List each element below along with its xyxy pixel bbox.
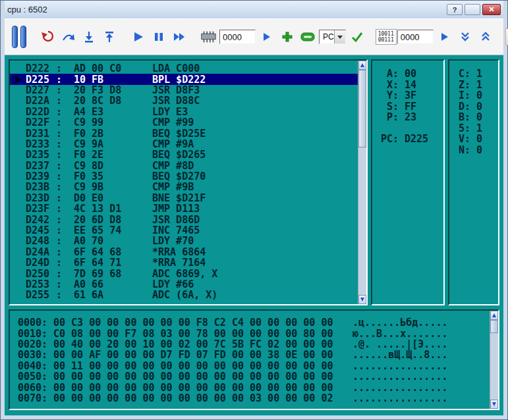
disasm-line[interactable]: D22A:20 8C D8JSR D88C (10, 95, 358, 106)
flag-name: Z: (457, 80, 470, 90)
address-input[interactable] (219, 30, 256, 44)
step-out-button[interactable] (100, 24, 119, 49)
scroll-up-button[interactable] (358, 61, 366, 70)
disasm-address: D227 (26, 85, 56, 95)
step-into-button[interactable] (80, 24, 98, 49)
run-stop-button[interactable] (10, 24, 28, 49)
play-icon (132, 31, 144, 43)
disasm-bytes: C9 9B (74, 182, 152, 192)
disasm-instruction: ADC 6869, X (152, 269, 358, 279)
help-button[interactable]: ? (447, 4, 463, 15)
disasm-line[interactable]: D235:F0 2EBEQ $D265 (10, 149, 358, 160)
disasm-line[interactable]: D239:F0 35BEQ $D270 (10, 171, 358, 182)
disasm-line[interactable]: D245:EE 65 74INC 7465 (10, 225, 358, 236)
goto-memory-button[interactable] (436, 24, 454, 49)
disasm-line[interactable]: D222:AD 00 C0LDA C000 (10, 63, 358, 74)
fast-forward-button[interactable] (170, 24, 188, 49)
register-value: FF (405, 101, 416, 112)
disassembly-scrollbar[interactable] (358, 61, 366, 304)
memory-row[interactable]: 0070:00 00 00 00 00 00 00 00 00 00 00 03… (18, 393, 498, 404)
memory-panel: 0000:00 C3 00 00 00 00 00 00 F8 C2 C4 00… (9, 309, 499, 410)
step-over-button[interactable] (59, 24, 78, 49)
disasm-instruction: JSR D88C (152, 95, 358, 106)
titlebar[interactable]: cpu : 6502 ? ✕ (5, 1, 503, 18)
combo-dropdown-button[interactable] (334, 30, 345, 43)
goto-pc-button[interactable] (199, 24, 217, 49)
scroll-down-button[interactable] (490, 400, 498, 409)
disasm-line[interactable]: D23F:4C 13 D1JMP D113 (10, 203, 358, 214)
memory-row[interactable]: 0030:00 00 AF 00 00 00 D7 FD 07 FD 00 00… (18, 350, 498, 360)
scroll-down-button[interactable] (358, 295, 366, 304)
disasm-line[interactable]: D250:7D 69 68ADC 6869, X (10, 268, 358, 278)
flag-value: 0 (476, 134, 482, 144)
arrow-up-icon (492, 313, 496, 317)
disasm-separator: : (56, 85, 74, 95)
memory-row[interactable]: 0050:00 00 00 00 00 00 00 00 00 00 00 00… (18, 371, 498, 382)
arrow-down-icon (360, 298, 364, 302)
disasm-line[interactable]: D231:F0 2BBEQ $D25E (10, 128, 358, 138)
disasm-line[interactable]: D253:A0 66LDY #66 (10, 279, 358, 290)
flag-name: D: (457, 101, 470, 112)
memory-row[interactable]: 0040:00 11 00 00 00 00 00 00 00 00 00 00… (18, 361, 498, 371)
goto-address-button[interactable] (258, 24, 276, 49)
disasm-address: D22D (26, 107, 56, 117)
flag-row-d: D:0 (457, 101, 498, 113)
run-button[interactable] (129, 24, 148, 49)
memory-address-input[interactable] (397, 30, 434, 44)
disasm-separator: : (56, 139, 74, 149)
step-out-icon (103, 30, 116, 43)
disasm-instruction: JSR D8F3 (152, 85, 358, 95)
disasm-bytes: F0 2E (74, 149, 152, 160)
page-down-button[interactable] (456, 24, 474, 49)
disasm-line[interactable]: D227:20 F3 D8JSR D8F3 (10, 85, 358, 95)
disasm-line[interactable]: D22D:A4 E3LDY E3 (10, 107, 358, 117)
scrollbar-track[interactable] (358, 70, 366, 295)
close-button[interactable]: ✕ (482, 4, 501, 15)
flag-value: 0 (476, 101, 482, 112)
pause-button[interactable] (150, 24, 168, 49)
scrollbar-track[interactable] (490, 320, 498, 400)
disasm-line[interactable]: D233:C9 9ACMP #9A (10, 139, 358, 149)
page-up-button[interactable] (476, 24, 495, 49)
disasm-line[interactable]: D237:C9 8DCMP #8D (10, 161, 358, 171)
minimize-button[interactable] (465, 4, 480, 15)
disasm-line[interactable]: D23B:C9 9BCMP #9B (10, 182, 358, 192)
disasm-line[interactable]: D22F:C9 99CMP #99 (10, 117, 358, 128)
add-breakpoint-button[interactable] (278, 24, 296, 49)
binary-icon-row2: 00111 (378, 37, 394, 43)
binary-icon-row1: 10011 (378, 31, 394, 37)
disasm-instruction: *RRA 6864 (152, 247, 358, 257)
flag-name: V: (457, 134, 470, 144)
disasm-address: D235 (26, 149, 56, 160)
remove-breakpoint-button[interactable] (298, 24, 317, 49)
register-name: PC: (379, 134, 399, 144)
apply-button[interactable] (348, 24, 366, 49)
register-value: 00 (405, 68, 416, 79)
memory-ascii: ................ (353, 393, 448, 404)
memory-row[interactable]: 0020:00 40 00 20 00 10 00 02 00 7C 5B FC… (18, 339, 498, 350)
disasm-separator: : (56, 290, 74, 300)
memory-address: 0010: (18, 328, 53, 339)
binary-view-button[interactable]: 10011 00111 (377, 24, 395, 49)
memory-scrollbar[interactable] (490, 311, 498, 409)
scrollbar-thumb[interactable] (358, 70, 366, 147)
memory-row[interactable]: 0060:00 00 00 00 00 00 00 00 00 00 00 00… (18, 382, 498, 392)
memory-address: 0040: (18, 361, 53, 371)
toolbar: PC 10011 00111 (5, 18, 503, 55)
disasm-line[interactable]: D23D:D0 E0BNE $D21F (10, 193, 358, 203)
memory-row[interactable]: 0010:C0 08 00 00 F7 08 03 00 78 00 00 00… (18, 328, 498, 338)
disasm-line[interactable]: D24A:6F 64 68*RRA 6864 (10, 247, 358, 257)
scroll-up-button[interactable] (490, 311, 498, 320)
cpu-debugger-window: cpu : 6502 ? ✕ (0, 0, 508, 420)
disasm-line[interactable]: D242:20 6D D8JSR D86D (10, 214, 358, 224)
scrollbar-thumb[interactable] (490, 320, 498, 333)
disasm-line[interactable]: D24D:6F 64 71*RRA 7164 (10, 257, 358, 268)
disasm-line[interactable]: D248:A0 70LDY #70 (10, 236, 358, 246)
register-select[interactable]: PC (319, 30, 346, 44)
flag-row-5: 5:1 (457, 123, 498, 134)
memory-row[interactable]: 0000:00 C3 00 00 00 00 00 00 F8 C2 C4 00… (18, 317, 498, 328)
disasm-line[interactable]: D255:61 6AADC (6A, X) (10, 290, 358, 300)
disasm-line-current[interactable]: D225:10 FBBPL $D222 (10, 74, 358, 84)
undo-button[interactable] (39, 24, 57, 49)
close-panel-button[interactable] (505, 28, 508, 45)
